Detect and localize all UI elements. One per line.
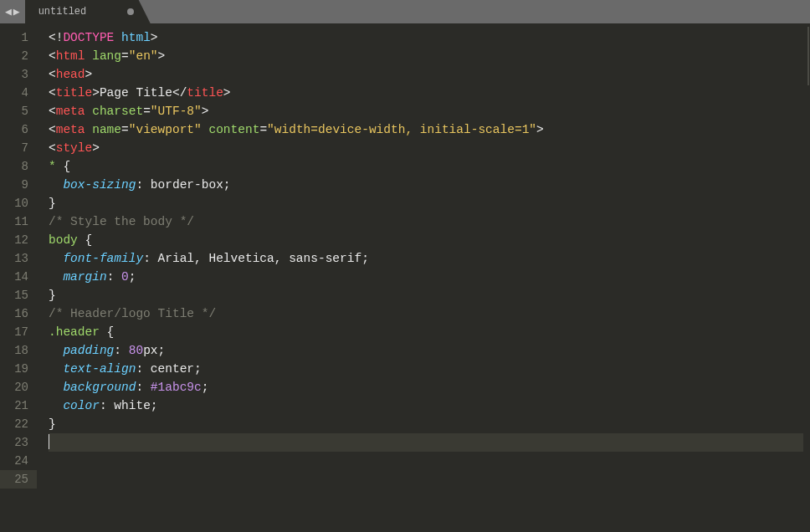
code-line[interactable]: padding: 80px; [49,341,803,360]
line-number[interactable]: 20 [0,378,37,396]
line-number[interactable]: 22 [0,415,37,433]
line-number[interactable]: 11 [0,212,37,231]
minimap-scrollbar[interactable] [803,23,810,532]
line-number[interactable]: 10 [0,194,37,212]
code-token: > [92,86,100,100]
line-number[interactable]: 23 [0,433,37,452]
code-token: > [202,105,209,118]
code-line[interactable]: } [49,415,803,433]
code-token: white [114,399,151,412]
line-number[interactable]: 1 [0,28,37,47]
dirty-indicator-icon [127,8,134,15]
tab-bar: ◀ ▶ untitled [0,0,810,23]
code-line[interactable]: } [49,194,803,212]
nav-forward-icon[interactable]: ▶ [13,5,20,18]
code-token: } [49,417,56,431]
code-token [49,270,63,284]
line-number[interactable]: 12 [0,231,37,249]
code-token [49,399,63,412]
line-number[interactable]: 16 [0,304,37,323]
code-token: < [49,123,56,136]
code-token [85,105,93,118]
code-line[interactable]: <meta name="viewport" content="width=dev… [49,120,803,139]
code-line[interactable]: /* Style the body */ [49,212,803,231]
code-token: ; [158,344,166,357]
code-token: = [259,123,267,136]
code-token: center [151,362,194,376]
code-line[interactable]: } [49,286,803,304]
code-token: px [143,344,157,357]
code-token: > [92,141,100,155]
code-token: = [143,105,151,118]
code-token [85,123,93,136]
line-number[interactable]: 2 [0,47,37,65]
code-token: charset [92,105,143,118]
line-number[interactable]: 24 [0,452,37,470]
code-line[interactable]: box-sizing: border-box; [49,176,803,194]
code-line[interactable]: font-family: Arial, Helvetica, sans-seri… [49,249,803,268]
line-number[interactable]: 7 [0,139,37,157]
line-number[interactable]: 14 [0,268,37,286]
code-token: border-box [151,178,223,192]
code-token: DOCTYPE [63,31,114,44]
code-content[interactable]: <!DOCTYPE html><html lang="en"><head><ti… [37,23,803,532]
line-number[interactable]: 5 [0,102,37,120]
line-number[interactable]: 18 [0,341,37,360]
line-number[interactable]: 19 [0,360,37,378]
code-token: > [223,86,231,100]
code-token: > [536,123,544,136]
code-token: Arial, Helvetica, sans-serif [158,252,362,265]
code-token: ; [223,178,231,192]
code-line[interactable]: .header { [49,323,803,341]
code-line[interactable]: <!DOCTYPE html> [49,28,803,47]
line-number[interactable]: 17 [0,323,37,341]
line-number[interactable]: 4 [0,84,37,102]
code-token: = [121,123,129,136]
code-line[interactable]: /* Header/logo Title */ [49,304,803,323]
code-token [49,344,63,357]
code-token: : [143,252,157,265]
code-token: "viewport" [129,123,202,136]
line-number[interactable]: 15 [0,286,37,304]
editor-area: 1234567891011121314151617181920212223242… [0,23,810,532]
line-number[interactable]: 6 [0,120,37,139]
code-line[interactable]: <head> [49,65,803,84]
code-token: { [56,160,70,173]
line-number[interactable]: 21 [0,396,37,415]
code-token: } [49,197,56,210]
line-number-gutter[interactable]: 1234567891011121314151617181920212223242… [0,23,37,532]
code-line[interactable]: <style> [49,139,803,157]
code-token: title [187,86,223,100]
code-token: : [136,178,150,192]
code-token: > [151,31,158,44]
line-number[interactable]: 13 [0,249,37,268]
code-token: < [49,86,56,100]
code-line[interactable]: <html lang="en"> [49,47,803,65]
code-token: ; [202,381,209,394]
code-token: .header [49,325,100,339]
code-token: < [49,141,56,155]
code-line[interactable]: body { [49,231,803,249]
code-line[interactable]: * { [49,157,803,176]
code-token: : [100,399,114,412]
line-number[interactable]: 25 [0,470,37,489]
code-line[interactable]: margin: 0; [49,268,803,286]
line-number[interactable]: 9 [0,176,37,194]
nav-back-icon[interactable]: ◀ [5,5,12,18]
file-tab[interactable]: untitled [25,0,151,23]
code-token: * [49,160,56,173]
code-line[interactable] [49,433,803,452]
code-token [49,381,63,394]
code-line[interactable]: background: #1abc9c; [49,378,803,396]
code-line[interactable]: text-align: center; [49,360,803,378]
line-number[interactable]: 8 [0,157,37,176]
code-token: < [49,68,56,81]
line-number[interactable]: 3 [0,65,37,84]
minimap-track [807,27,809,85]
code-line[interactable]: <meta charset="UTF-8"> [49,102,803,120]
code-line[interactable]: <title>Page Title</title> [49,84,803,102]
code-token: head [56,68,85,81]
code-line[interactable]: color: white; [49,396,803,415]
code-token: } [49,289,56,302]
code-token: meta [56,105,85,118]
